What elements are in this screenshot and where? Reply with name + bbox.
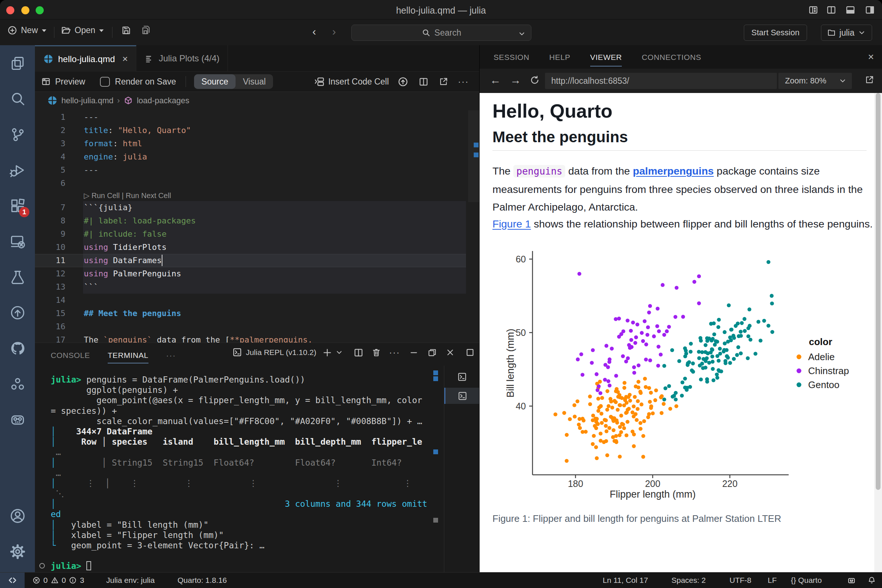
toggle-secondary-sidebar-icon[interactable] — [865, 5, 875, 15]
palmerpenguins-link[interactable]: palmerpenguins — [633, 165, 714, 177]
split-editor-icon[interactable] — [826, 5, 836, 15]
source-mode-button[interactable]: Source — [194, 74, 236, 89]
panel-action-more-icon[interactable]: ··· — [389, 347, 400, 358]
activity-bar-item-source-control[interactable] — [0, 117, 35, 152]
encoding-status[interactable]: UTF-8 — [729, 573, 752, 588]
render-document-icon[interactable] — [398, 76, 408, 87]
secondary-panel-tabs: SESSIONHELPVIEWERCONNECTIONS — [480, 45, 882, 69]
editor-more-actions-icon[interactable]: ··· — [458, 76, 469, 87]
panel-action-add-icon[interactable] — [322, 348, 332, 358]
panel-tab-console[interactable]: CONSOLE — [51, 347, 90, 363]
code-line-17: 17The `penguins` data from the [**palmer… — [35, 333, 479, 342]
start-session-button[interactable]: Start Session — [744, 25, 807, 41]
breadcrumb-section[interactable]: load-packages — [137, 96, 189, 105]
preview-icon[interactable] — [41, 77, 51, 86]
breadcrumb-file[interactable]: hello-julia.qmd — [62, 96, 114, 105]
editor-tab-hello-julia.qmd[interactable]: hello-julia.qmd× — [35, 45, 136, 72]
eol-status[interactable]: LF — [768, 573, 777, 588]
panel-action-trash-icon[interactable] — [372, 348, 381, 357]
activity-bar-item-assistant[interactable] — [0, 402, 35, 437]
panel-tab-terminal[interactable]: TERMINAL — [108, 347, 148, 363]
scatter-point-Gentoo — [739, 334, 743, 338]
search-input[interactable]: Search — [351, 25, 531, 41]
insert-code-cell-label[interactable]: Insert Code Cell — [328, 77, 389, 87]
language-mode-status[interactable]: {} Quarto — [791, 573, 822, 588]
terminal-output[interactable]: julia> penguins = DataFrame(PalmerPengui… — [51, 375, 440, 572]
scatter-point-Gentoo — [714, 339, 718, 343]
interpreter-selector-button[interactable]: julia — [821, 25, 872, 41]
save-all-icon[interactable] — [141, 26, 151, 35]
open-button[interactable]: Open — [61, 26, 104, 35]
viewer-back-icon[interactable]: ← — [490, 74, 501, 86]
viewer-zoom-select[interactable]: Zoom: 80% — [778, 73, 852, 89]
notifications-bell-icon[interactable] — [867, 573, 876, 588]
activity-bar-item-settings[interactable] — [0, 534, 35, 569]
activity-bar-item-explorer[interactable] — [0, 45, 35, 81]
viewer-refresh-icon[interactable] — [530, 75, 540, 85]
activity-bar-item-organizations[interactable] — [0, 366, 35, 402]
scatter-point-Gentoo — [716, 376, 720, 380]
scatter-point-Chinstrap — [617, 335, 621, 339]
tab-close-icon[interactable]: × — [122, 53, 128, 64]
activity-bar-item-testing[interactable] — [0, 259, 35, 295]
julia-env-status[interactable]: Julia env: julia — [106, 573, 155, 588]
scatter-point-Gentoo — [699, 377, 703, 381]
copilot-status-icon[interactable] — [847, 573, 856, 588]
viewer-open-external-icon[interactable] — [865, 75, 874, 84]
code-editor[interactable]: ▷ Run Cell | Run Next Cell1---2title: "H… — [35, 109, 479, 342]
save-icon[interactable] — [121, 26, 131, 35]
activity-bar-item-publish[interactable] — [0, 295, 35, 330]
terminal-scrollbar-thumb[interactable] — [433, 518, 438, 523]
terminal-line: scale_color_manual(values=["#FF8C00", "#… — [51, 416, 440, 426]
panel-tabs-more-icon[interactable]: ··· — [166, 347, 176, 363]
repl-label[interactable]: Julia REPL (v1.10.2) — [246, 348, 316, 357]
navigate-forward-icon[interactable]: › — [332, 26, 336, 38]
panel-tab-session[interactable]: SESSION — [494, 48, 530, 66]
figure-1-link[interactable]: Figure 1 — [492, 218, 531, 230]
insert-code-cell-icon[interactable] — [314, 76, 324, 87]
activity-bar-item-search[interactable] — [0, 81, 35, 117]
viewer-forward-icon[interactable]: → — [510, 74, 521, 86]
panel-action-chevron-down-icon[interactable] — [335, 348, 343, 357]
visual-mode-button[interactable]: Visual — [236, 74, 273, 89]
split-editor-icon[interactable] — [418, 77, 429, 87]
panel-action-split-icon[interactable] — [354, 348, 363, 358]
panel-tab-help[interactable]: HELP — [549, 48, 570, 66]
activity-bar-item-extensions[interactable]: 1 — [0, 188, 35, 224]
scatter-point-Chinstrap — [576, 358, 580, 362]
toggle-panel-icon[interactable] — [845, 5, 855, 15]
activity-bar-item-remote-sessions[interactable] — [0, 224, 35, 259]
warnings-icon — [51, 576, 59, 584]
cursor-position-status[interactable]: Ln 11, Col 17 — [603, 573, 648, 588]
indentation-status[interactable]: Spaces: 2 — [671, 573, 706, 588]
scatter-point-Gentoo — [680, 394, 684, 398]
open-external-icon[interactable] — [439, 77, 448, 86]
panel-action-minimize-icon[interactable] — [409, 348, 418, 357]
panel-tab-viewer[interactable]: VIEWER — [590, 48, 622, 66]
navigate-back-icon[interactable]: ‹ — [312, 26, 316, 38]
run-cell-code-lens[interactable]: ▷ Run Cell | Run Next Cell — [84, 190, 171, 201]
new-button[interactable]: New — [8, 26, 46, 35]
remote-indicator[interactable] — [0, 573, 25, 588]
viewer-url-input[interactable]: http://localhost:6853/ — [545, 73, 777, 89]
preview-label[interactable]: Preview — [55, 77, 85, 87]
terminal-list-item[interactable] — [444, 388, 480, 404]
scatter-point-Adelie — [598, 432, 603, 435]
panel-tab-connections[interactable]: CONNECTIONS — [642, 48, 701, 66]
viewer-scrollbar-thumb[interactable] — [876, 93, 880, 490]
scatter-point-Gentoo — [700, 362, 704, 366]
activity-bar-item-github[interactable] — [0, 330, 35, 366]
problems-status[interactable]: 0 0 3 — [32, 573, 84, 588]
quarto-version-status[interactable]: Quarto: 1.8.16 — [177, 573, 227, 588]
panel-action-restore-icon[interactable] — [428, 348, 436, 357]
activity-bar-item-account[interactable] — [0, 498, 35, 534]
customize-layout-icon[interactable] — [808, 5, 818, 15]
close-panel-icon[interactable]: × — [868, 51, 874, 63]
editor-tab-Julia Plots (4/4)[interactable]: Julia Plots (4/4) — [136, 45, 228, 72]
terminal-list-item[interactable] — [444, 369, 480, 385]
scatter-point-Chinstrap — [610, 346, 614, 351]
render-on-save-checkbox[interactable] — [100, 77, 110, 87]
panel-action-close-icon[interactable] — [446, 348, 455, 357]
panel-action-maximize-icon[interactable] — [465, 348, 475, 357]
activity-bar-item-run-debug[interactable] — [0, 152, 35, 188]
